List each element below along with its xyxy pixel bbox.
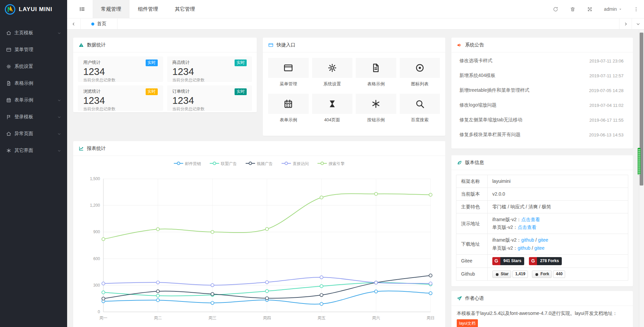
- link-gitee[interactable]: gitee: [534, 245, 544, 251]
- tab-scroll-left-button[interactable]: [67, 18, 81, 29]
- chart-icon: [79, 146, 84, 151]
- legend-item-直接访问[interactable]: 直接访问: [282, 161, 309, 167]
- header-tab-2[interactable]: 组件管理: [130, 0, 166, 18]
- search-icon: [415, 99, 425, 109]
- more-menu-icon[interactable]: [634, 7, 639, 12]
- sidebar-item-8[interactable]: 其它界面: [0, 142, 67, 159]
- notice-date: 2019-07-11 12:57: [589, 73, 624, 78]
- legend-item-联盟广告[interactable]: 联盟广告: [210, 161, 237, 167]
- tab-scroll-right-button[interactable]: [619, 18, 632, 29]
- octocat-icon: [495, 272, 499, 277]
- sidebar-item-3[interactable]: 系统设置: [0, 58, 67, 75]
- stat-card: 商品统计实时1234当前分类总记录数: [167, 56, 252, 82]
- legend-marker-icon: [282, 161, 291, 167]
- hourglass-icon: [327, 99, 337, 109]
- notice-text: 修改logo缩放问题: [459, 102, 496, 108]
- legend-label: 搜索引擎: [329, 161, 345, 167]
- quick-panel-title: 快捷入口: [277, 42, 295, 48]
- link-点击查看[interactable]: 点击查看: [521, 217, 540, 222]
- link-点击查看[interactable]: 点击查看: [517, 224, 536, 230]
- calendar-icon: [6, 97, 11, 103]
- layui-doc-badge[interactable]: layui文档: [457, 319, 478, 327]
- quick-entry-8[interactable]: 百度搜索: [400, 94, 440, 123]
- quick-entry-5[interactable]: 表单示例: [268, 94, 309, 123]
- github-count[interactable]: 1,419: [512, 271, 528, 278]
- github-star-button[interactable]: Star: [492, 271, 511, 278]
- app-logo[interactable]: LAYUI MINI: [0, 0, 67, 18]
- stat-card-desc: 当前分类总记录数: [83, 106, 158, 112]
- notice-text: 修复多模块菜单栏展开有问题: [459, 132, 521, 138]
- notice-list-item[interactable]: 修改logo缩放问题2019-07-04 11:02: [451, 98, 633, 113]
- stat-card-top: 商品统计实时: [172, 59, 247, 66]
- menu-fold-icon[interactable]: [79, 6, 85, 12]
- notice-list-item[interactable]: 新增系统404模板2019-07-11 12:57: [451, 68, 633, 83]
- caret-down-icon: [618, 7, 622, 11]
- notice-text: 修复左侧菜单缩放tab无法移动: [459, 117, 522, 123]
- notice-list-item[interactable]: 修改选项卡样式2019-07-11 23:06: [451, 53, 633, 68]
- version-row-value: Star1,419Fork440: [488, 268, 628, 280]
- tab-operations-dropdown[interactable]: [632, 18, 644, 29]
- sidebar-item-2[interactable]: 菜单管理: [0, 41, 67, 58]
- home-icon: [6, 30, 11, 36]
- github-fork-button[interactable]: Fork: [532, 271, 552, 278]
- version-table-row: 演示地址iframe版-v2：点击查看单页版-v2：点击查看: [456, 213, 628, 234]
- green-scroll-indicator[interactable]: [638, 148, 641, 175]
- version-row-value: layuimini: [488, 175, 628, 188]
- user-menu[interactable]: admin: [604, 6, 622, 12]
- header-tab-1[interactable]: 常规管理: [93, 0, 130, 18]
- sidebar-item-7[interactable]: 异常页面: [0, 125, 67, 142]
- dotcircle-icon: [415, 63, 425, 73]
- x-axis-tick: 周六: [372, 316, 380, 320]
- y-axis-tick: 0: [98, 310, 100, 314]
- fullscreen-icon[interactable]: [587, 6, 593, 12]
- version-row-value: iframe版-v2：github / gitee单页版-v2：github /…: [488, 234, 628, 254]
- tab-home[interactable]: 首页: [81, 18, 117, 29]
- calendar-icon: [283, 99, 293, 109]
- sidebar-item-6[interactable]: 登录模板: [0, 109, 67, 125]
- gitee-badge[interactable]: G941 Stars: [492, 257, 524, 265]
- legend-item-邮件营销[interactable]: 邮件营销: [174, 161, 201, 167]
- header-tab-3[interactable]: 其它管理: [166, 0, 203, 18]
- notice-list-item[interactable]: 新增treetable插件和菜单管理样式2019-07-05 14:28: [451, 83, 633, 98]
- report-panel-title: 报表统计: [87, 146, 106, 152]
- sidebar-item-5[interactable]: 表单示例: [0, 92, 67, 109]
- gitee-badge[interactable]: G278 Forks: [529, 257, 562, 265]
- quick-entry-1[interactable]: 菜单管理: [268, 58, 309, 87]
- github-count[interactable]: 440: [553, 271, 565, 278]
- notice-panel-header: 系统公告: [451, 38, 633, 52]
- file-icon: [371, 63, 381, 73]
- legend-item-搜索引擎[interactable]: 搜索引擎: [317, 161, 345, 167]
- y-axis-tick: 1,200: [90, 203, 100, 208]
- quick-entry-label: 菜单管理: [268, 81, 309, 87]
- version-table-row: 当前版本v2.0.0: [456, 188, 628, 201]
- stat-card-title: 用户统计: [83, 59, 101, 66]
- sidebar-item-4[interactable]: 表格示例: [0, 75, 67, 92]
- refresh-icon[interactable]: [553, 6, 558, 12]
- clear-cache-icon[interactable]: [570, 6, 576, 12]
- quick-entry-iconbox: [356, 58, 396, 78]
- gear-icon: [327, 63, 337, 73]
- link-github[interactable]: github: [517, 245, 530, 251]
- quick-entry-2[interactable]: 系统设置: [312, 58, 353, 87]
- notice-list-item[interactable]: 修复多模块菜单栏展开有问题2019-06-13 14:53: [451, 127, 633, 142]
- notice-panel-title: 系统公告: [465, 42, 484, 48]
- version-value-line: iframe版-v2：github / gitee: [492, 236, 623, 244]
- scrollbar-track[interactable]: [639, 30, 644, 327]
- link-gitee[interactable]: gitee: [538, 237, 548, 243]
- quick-entry-6[interactable]: 404页面: [312, 94, 353, 123]
- quick-entry-3[interactable]: 表格示例: [356, 58, 396, 87]
- legend-label: 邮件营销: [185, 161, 201, 167]
- top-header: 常规管理组件管理其它管理 admin: [67, 0, 644, 18]
- stat-card-top: 浏览统计实时: [83, 88, 158, 95]
- value-text: 单页版-v2：: [492, 245, 517, 251]
- quick-entry-7[interactable]: 按钮示例: [356, 94, 396, 123]
- window-icon: [6, 47, 11, 52]
- sidebar-item-1[interactable]: 主页模板: [0, 25, 67, 41]
- x-axis-tick: 周四: [263, 316, 271, 320]
- warn-icon: [79, 42, 84, 48]
- notice-list-item[interactable]: 修复左侧菜单缩放tab无法移动2019-06-17 11:55: [451, 113, 633, 127]
- legend-item-视频广告[interactable]: 视频广告: [246, 161, 273, 167]
- quick-entry-4[interactable]: 图标列表: [400, 58, 440, 87]
- link-github[interactable]: github: [521, 237, 534, 243]
- sidebar-item-label: 主页模板: [14, 30, 33, 36]
